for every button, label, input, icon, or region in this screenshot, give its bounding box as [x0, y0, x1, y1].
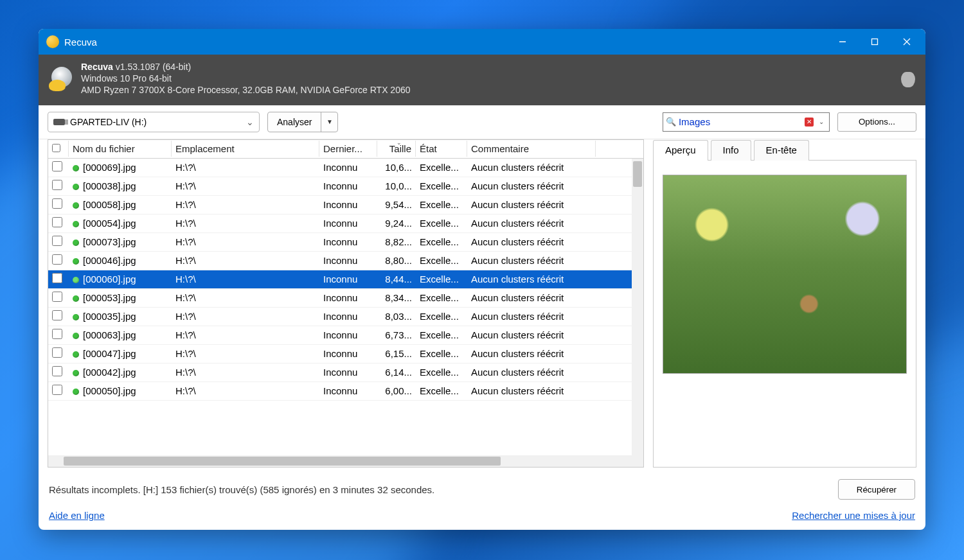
filter-combobox[interactable]: 🔍 Images ✕ ⌄: [663, 112, 830, 132]
cell-size: 6,15...: [377, 346, 416, 361]
tabs: Aperçu Info En-tête: [653, 139, 916, 160]
table-header[interactable]: Nom du fichier Emplacement Dernier... Ta…: [48, 140, 643, 159]
clear-filter-icon[interactable]: ✕: [805, 118, 814, 127]
column-comment[interactable]: Commentaire: [467, 141, 596, 157]
status-dot-icon: [73, 184, 79, 190]
table-row[interactable]: [000042].jpgH:\?\Inconnu6,14...Excelle..…: [48, 363, 643, 382]
cell-size: 9,24...: [377, 216, 416, 231]
row-checkbox-cell[interactable]: [48, 197, 69, 213]
row-checkbox[interactable]: [52, 310, 62, 320]
titlebar[interactable]: Recuva: [39, 29, 925, 55]
row-checkbox-cell[interactable]: [48, 252, 69, 268]
select-all-checkbox[interactable]: [52, 144, 60, 152]
table-row[interactable]: [000060].jpgH:\?\Inconnu8,44...Excelle..…: [48, 270, 643, 289]
cell-comment: Aucun clusters réécrit: [467, 253, 596, 268]
cell-comment: Aucun clusters réécrit: [467, 272, 596, 286]
row-checkbox-cell[interactable]: [48, 290, 69, 306]
table-row[interactable]: [000038].jpgH:\?\Inconnu10,0...Excelle..…: [48, 177, 643, 196]
chevron-down-icon[interactable]: ⌄: [816, 118, 826, 125]
help-link[interactable]: Aide en ligne: [49, 510, 105, 521]
analyze-button-label[interactable]: Analyser: [268, 112, 321, 132]
close-button[interactable]: [891, 29, 923, 55]
svg-rect-1: [872, 39, 878, 45]
update-link[interactable]: Rechercher une mises à jour: [792, 510, 915, 521]
table-row[interactable]: [000046].jpgH:\?\Inconnu8,80...Excelle..…: [48, 252, 643, 270]
row-checkbox[interactable]: [52, 366, 62, 376]
cell-filename: [000047].jpg: [69, 346, 172, 361]
cell-comment: Aucun clusters réécrit: [467, 234, 596, 249]
status-dot-icon: [73, 389, 79, 395]
row-checkbox-cell[interactable]: [48, 308, 69, 324]
column-checkbox[interactable]: [48, 141, 69, 157]
recover-button[interactable]: Récupérer: [838, 479, 915, 500]
cell-modified: Inconnu: [319, 234, 377, 249]
app-version-line: Recuva v1.53.1087 (64-bit): [81, 61, 411, 73]
horizontal-scrollbar[interactable]: [48, 455, 643, 467]
row-checkbox-cell[interactable]: [48, 346, 69, 362]
drive-select[interactable]: GPARTED-LIV (H:) ⌄: [48, 112, 260, 132]
row-checkbox[interactable]: [52, 217, 62, 227]
scrollbar-thumb[interactable]: [64, 457, 501, 466]
row-checkbox-cell[interactable]: [48, 383, 69, 399]
column-modified[interactable]: Dernier...: [319, 141, 377, 157]
cell-size: 8,44...: [377, 272, 416, 286]
column-location[interactable]: Emplacement: [172, 141, 319, 157]
cell-modified: Inconnu: [319, 346, 377, 361]
table-row[interactable]: [000047].jpgH:\?\Inconnu6,15...Excelle..…: [48, 345, 643, 363]
status-dot-icon: [73, 295, 79, 302]
header-panel: Recuva v1.53.1087 (64-bit) Windows 10 Pr…: [39, 55, 925, 105]
cell-location: H:\?\: [172, 216, 319, 231]
chevron-down-icon: ⌄: [246, 117, 254, 127]
table-row[interactable]: [000073].jpgH:\?\Inconnu8,82...Excelle..…: [48, 233, 643, 252]
row-checkbox[interactable]: [52, 329, 62, 339]
status-text: Résultats incomplets. [H:] 153 fichier(s…: [49, 484, 434, 495]
cell-location: H:\?\: [172, 197, 319, 212]
row-checkbox[interactable]: [52, 273, 62, 283]
tab-header[interactable]: En-tête: [754, 140, 809, 161]
row-checkbox[interactable]: [52, 161, 62, 171]
cell-filename: [000038].jpg: [69, 179, 172, 193]
maximize-button[interactable]: [859, 29, 891, 55]
row-checkbox-cell[interactable]: [48, 234, 69, 250]
row-checkbox-cell[interactable]: [48, 364, 69, 380]
row-checkbox-cell[interactable]: [48, 215, 69, 231]
table-row[interactable]: [000035].jpgH:\?\Inconnu8,03...Excelle..…: [48, 308, 643, 326]
cell-state: Excelle...: [416, 365, 467, 380]
cell-modified: Inconnu: [319, 365, 377, 380]
row-checkbox[interactable]: [52, 236, 62, 246]
table-row[interactable]: [000058].jpgH:\?\Inconnu9,54...Excelle..…: [48, 196, 643, 214]
row-checkbox-cell[interactable]: [48, 271, 69, 287]
column-state[interactable]: État: [416, 141, 467, 157]
row-checkbox[interactable]: [52, 254, 62, 265]
row-checkbox[interactable]: [52, 347, 62, 358]
cell-state: Excelle...: [416, 328, 467, 342]
cell-filename: [000060].jpg: [69, 272, 172, 286]
vertical-scrollbar[interactable]: [632, 159, 643, 455]
table-row[interactable]: [000050].jpgH:\?\Inconnu6,00...Excelle..…: [48, 382, 643, 401]
row-checkbox[interactable]: [52, 198, 62, 209]
tab-info[interactable]: Info: [711, 140, 751, 161]
minimize-button[interactable]: [826, 29, 859, 55]
table-row[interactable]: [000053].jpgH:\?\Inconnu8,34...Excelle..…: [48, 289, 643, 308]
table-row[interactable]: [000054].jpgH:\?\Inconnu9,24...Excelle..…: [48, 214, 643, 233]
scrollbar-thumb[interactable]: [633, 161, 642, 187]
row-checkbox-cell[interactable]: [48, 159, 69, 175]
side-panel: Aperçu Info En-tête: [653, 139, 916, 468]
row-checkbox-cell[interactable]: [48, 327, 69, 343]
cell-state: Excelle...: [416, 197, 467, 212]
row-checkbox-cell[interactable]: [48, 178, 69, 194]
row-checkbox[interactable]: [52, 385, 62, 395]
row-checkbox[interactable]: [52, 180, 62, 190]
piriform-logo-icon: [901, 69, 915, 87]
cell-size: 6,00...: [377, 383, 416, 398]
column-filename[interactable]: Nom du fichier: [69, 141, 172, 157]
analyze-button[interactable]: Analyser ▼: [267, 112, 338, 132]
analyze-dropdown[interactable]: ▼: [321, 112, 337, 132]
table-row[interactable]: [000069].jpgH:\?\Inconnu10,6...Excelle..…: [48, 159, 643, 177]
cell-filename: [000069].jpg: [69, 160, 172, 175]
tab-preview[interactable]: Aperçu: [653, 140, 708, 161]
table-row[interactable]: [000063].jpgH:\?\Inconnu6,73...Excelle..…: [48, 326, 643, 345]
row-checkbox[interactable]: [52, 292, 62, 302]
status-dot-icon: [73, 165, 79, 171]
options-button[interactable]: Options...: [837, 112, 916, 132]
